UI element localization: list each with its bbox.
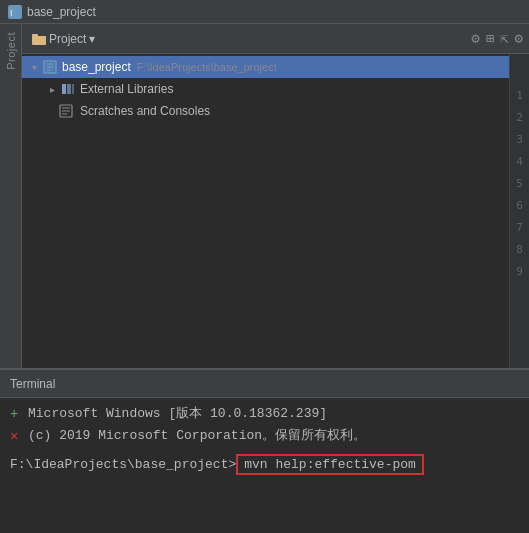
root-expand-arrow: ▾ (28, 61, 40, 73)
line-num-7: 7 (510, 216, 529, 238)
project-tree: ▾ base_project F:\IdeaProjects\base_proj… (22, 54, 509, 368)
tree-external-libraries[interactable]: ▸ External Libraries (22, 78, 509, 100)
line-num-2: 2 (510, 106, 529, 128)
project-folder-icon (32, 33, 46, 45)
title-bar-text: base_project (27, 5, 96, 19)
terminal-area: Terminal + Microsoft Windows [版本 10.0.18… (0, 368, 529, 533)
terminal-line-1: + Microsoft Windows [版本 10.0.18362.239] (10, 404, 519, 424)
terminal-prompt: F:\IdeaProjects\base_project> (10, 457, 236, 472)
tree-root-item[interactable]: ▾ base_project F:\IdeaProjects\base_proj… (22, 56, 509, 78)
tree-scratches[interactable]: Scratches and Consoles (22, 100, 509, 122)
terminal-command[interactable]: mvn help:effective-pom (236, 454, 424, 475)
terminal-line-2: ✕ (c) 2019 Microsoft Corporation。保留所有权利。 (10, 426, 519, 446)
toolbar-icons: ⚙ ⊞ ⇱ ⚙ (471, 30, 523, 47)
layout-icon[interactable]: ⊞ (486, 30, 494, 47)
ext-lib-expand-arrow: ▸ (46, 83, 58, 95)
root-project-name: base_project (62, 60, 131, 74)
title-bar: I base_project (0, 0, 529, 24)
terminal-title: Terminal (10, 377, 55, 391)
scratch-icon (58, 103, 74, 119)
module-svg (43, 60, 57, 74)
svg-rect-9 (62, 84, 66, 94)
side-tab-label[interactable]: Project (5, 32, 17, 70)
root-project-path: F:\IdeaProjects\base_project (137, 61, 277, 73)
terminal-content[interactable]: + Microsoft Windows [版本 10.0.18362.239] … (0, 398, 529, 533)
line-num-1: 1 (510, 84, 529, 106)
line-numbers-panel: 1 2 3 4 5 6 7 8 9 (509, 54, 529, 368)
svg-rect-2 (32, 36, 46, 45)
settings-gear-icon[interactable]: ⚙ (471, 30, 479, 47)
lib-svg (61, 82, 75, 96)
x-indicator: ✕ (10, 426, 24, 446)
project-toolbar: Project ▾ ⚙ ⊞ ⇱ ⚙ (22, 24, 529, 54)
svg-rect-10 (67, 84, 71, 94)
plus-indicator: + (10, 404, 24, 424)
svg-text:I: I (10, 8, 13, 18)
app-icon: I (8, 5, 22, 19)
project-toolbar-label: Project (49, 32, 86, 46)
line-num-8: 8 (510, 238, 529, 260)
svg-rect-3 (32, 34, 38, 37)
project-dropdown-arrow: ▾ (89, 32, 95, 46)
line-num-3: 3 (510, 128, 529, 150)
project-panel: Project ▾ ⚙ ⊞ ⇱ ⚙ ▾ (22, 24, 529, 368)
line-num-6: 6 (510, 194, 529, 216)
collapse-icon[interactable]: ⇱ (500, 30, 508, 47)
line-num-9: 9 (510, 260, 529, 282)
terminal-prompt-line: F:\IdeaProjects\base_project> mvn help:e… (10, 454, 519, 475)
svg-rect-11 (72, 84, 74, 94)
editor-area: ▾ base_project F:\IdeaProjects\base_proj… (22, 54, 529, 368)
ext-lib-label: External Libraries (80, 82, 173, 96)
terminal-header: Terminal (0, 370, 529, 398)
side-panel-tab[interactable]: Project (0, 24, 22, 368)
main-area: Project Project ▾ ⚙ ⊞ ⇱ ⚙ (0, 24, 529, 368)
scratch-svg (59, 104, 73, 118)
scratches-label: Scratches and Consoles (80, 104, 210, 118)
ext-lib-icon (60, 81, 76, 97)
project-dropdown[interactable]: Project ▾ (28, 30, 99, 48)
line-num-5: 5 (510, 172, 529, 194)
terminal-line-1-text: Microsoft Windows [版本 10.0.18362.239] (28, 404, 519, 424)
line-num-4: 4 (510, 150, 529, 172)
root-module-icon (42, 59, 58, 75)
gear2-icon[interactable]: ⚙ (515, 30, 523, 47)
terminal-line-2-text: (c) 2019 Microsoft Corporation。保留所有权利。 (28, 426, 519, 446)
